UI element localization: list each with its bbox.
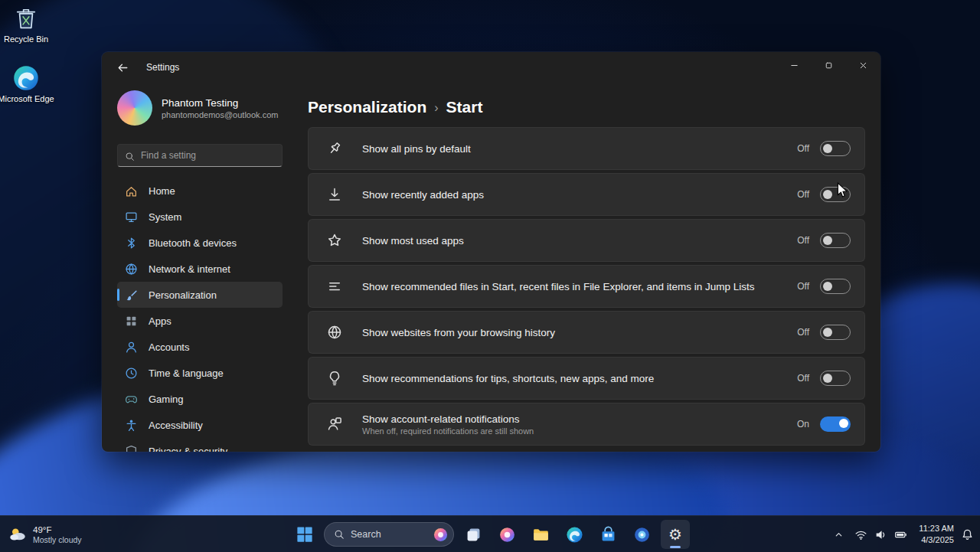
profile-text: Phantom Testing phantomodemos@outlook.co… bbox=[162, 97, 278, 119]
toggle-switch[interactable] bbox=[820, 279, 851, 294]
breadcrumb-start: Start bbox=[446, 98, 483, 116]
sidebar-item-privacy-security[interactable]: Privacy & security bbox=[117, 438, 283, 452]
taskbar-app-store[interactable] bbox=[593, 520, 622, 549]
window-title: Settings bbox=[146, 62, 179, 73]
main-content: Personalization › Start Show all pins by… bbox=[293, 83, 880, 452]
maximize-button[interactable] bbox=[812, 52, 846, 78]
taskbar-app-edge[interactable] bbox=[560, 520, 589, 549]
toggle-switch[interactable] bbox=[820, 141, 851, 156]
setting-text: Show websites from your browsing history bbox=[362, 327, 797, 338]
toggle-switch[interactable] bbox=[820, 371, 851, 386]
chevron-up-icon[interactable] bbox=[833, 529, 844, 541]
setting-text: Show recommended files in Start, recent … bbox=[362, 281, 797, 292]
system-tray: 11:23 AM 4/3/2025 bbox=[833, 516, 974, 552]
toggle-switch[interactable] bbox=[820, 416, 851, 432]
sidebar-item-home[interactable]: Home bbox=[117, 178, 283, 204]
personalization-icon bbox=[125, 289, 138, 302]
accounts-icon bbox=[125, 341, 138, 354]
sidebar-item-gaming[interactable]: Gaming bbox=[117, 386, 283, 412]
taskbar-app-task-view[interactable] bbox=[459, 520, 488, 549]
star-icon bbox=[327, 233, 342, 248]
taskbar-app-photos[interactable] bbox=[627, 520, 656, 549]
sidebar-item-label: Privacy & security bbox=[149, 446, 227, 452]
taskbar-apps: ⚙ bbox=[459, 520, 690, 549]
battery-icon[interactable] bbox=[894, 528, 907, 541]
bell-icon[interactable] bbox=[961, 528, 974, 541]
toggle-knob bbox=[823, 144, 832, 153]
sidebar-item-network-internet[interactable]: Network & internet bbox=[117, 256, 283, 282]
weather-temp: 49°F bbox=[33, 525, 82, 534]
volume-icon[interactable] bbox=[874, 528, 887, 541]
setting-row: Show recently added appsOff bbox=[308, 173, 865, 216]
task-view-icon bbox=[465, 526, 482, 544]
minimize-icon bbox=[789, 60, 799, 70]
back-button[interactable] bbox=[109, 56, 136, 79]
selected-accent-pill bbox=[117, 289, 119, 301]
wifi-icon[interactable] bbox=[854, 528, 867, 541]
sidebar-item-apps[interactable]: Apps bbox=[117, 308, 283, 334]
recycle-bin-icon bbox=[12, 5, 40, 32]
mouse-cursor bbox=[835, 182, 851, 199]
setting-label: Show recently added apps bbox=[362, 189, 797, 201]
lightbulb-icon bbox=[327, 371, 342, 386]
toggle-state-label: On bbox=[797, 419, 809, 430]
window-controls bbox=[777, 52, 880, 78]
breadcrumb-personalization[interactable]: Personalization bbox=[308, 98, 426, 116]
desktop-icon-microsoft-edge[interactable]: Microsoft Edge bbox=[0, 64, 57, 104]
close-icon bbox=[858, 60, 868, 70]
setting-label: Show account-related notifications bbox=[362, 413, 797, 425]
settings-window: Settings Phantom Testing phantomodemos@o… bbox=[102, 52, 880, 452]
setting-text: Show recently added apps bbox=[362, 189, 797, 201]
sidebar-item-time-language[interactable]: Time & language bbox=[117, 360, 283, 386]
setting-row: Show most used appsOff bbox=[308, 219, 865, 262]
avatar bbox=[117, 90, 152, 126]
desktop-icon-label: Recycle Bin bbox=[4, 34, 48, 44]
sidebar-item-accessibility[interactable]: Accessibility bbox=[117, 412, 283, 438]
sidebar-item-personalization[interactable]: Personalization bbox=[117, 282, 283, 308]
taskbar-search[interactable]: Search bbox=[324, 522, 454, 547]
settings-list: Show all pins by defaultOffShow recently… bbox=[308, 127, 865, 446]
setting-row: Show recommendations for tips, shortcuts… bbox=[308, 357, 865, 400]
setting-row: Show recommended files in Start, recent … bbox=[308, 265, 865, 308]
search-input[interactable] bbox=[141, 150, 275, 161]
minimize-button[interactable] bbox=[777, 52, 812, 78]
taskbar-app-copilot[interactable] bbox=[492, 520, 521, 549]
desktop: Recycle BinMicrosoft Edge Settings Phant… bbox=[0, 0, 980, 552]
close-button[interactable] bbox=[846, 52, 880, 78]
sidebar-item-bluetooth-devices[interactable]: Bluetooth & devices bbox=[117, 230, 283, 256]
pin-icon bbox=[327, 141, 342, 156]
user-profile[interactable]: Phantom Testing phantomodemos@outlook.co… bbox=[117, 89, 283, 127]
folder-icon bbox=[532, 526, 550, 544]
gear-icon: ⚙ bbox=[667, 526, 684, 544]
setting-text: Show account-related notificationsWhen o… bbox=[362, 413, 797, 436]
network-icon bbox=[125, 263, 138, 276]
sidebar-item-system[interactable]: System bbox=[117, 204, 283, 230]
toggle-switch[interactable] bbox=[820, 233, 851, 248]
taskbar-app-file-explorer[interactable] bbox=[526, 520, 555, 549]
find-a-setting-search[interactable] bbox=[117, 144, 283, 167]
toggle-state-label: Off bbox=[797, 281, 809, 292]
toggle-state-label: Off bbox=[797, 373, 809, 384]
taskbar-app-settings[interactable]: ⚙ bbox=[661, 520, 690, 549]
sidebar-item-label: Bluetooth & devices bbox=[149, 237, 237, 249]
toggle-switch[interactable] bbox=[820, 325, 851, 340]
taskbar-clock[interactable]: 11:23 AM 4/3/2025 bbox=[919, 523, 954, 546]
taskbar-center: Search ⚙ bbox=[290, 516, 690, 552]
start-button[interactable] bbox=[290, 520, 319, 549]
breadcrumb: Personalization › Start bbox=[308, 96, 865, 118]
setting-label: Show recommended files in Start, recent … bbox=[362, 281, 797, 292]
globe-icon bbox=[327, 325, 342, 340]
desktop-icon-label: Microsoft Edge bbox=[0, 94, 54, 104]
accessibility-icon bbox=[125, 419, 138, 432]
weather-widget[interactable]: 49°F Mostly cloudy bbox=[8, 516, 82, 552]
gaming-icon bbox=[125, 393, 138, 406]
toggle-knob bbox=[823, 236, 832, 245]
toggle-knob bbox=[839, 419, 848, 428]
setting-label: Show all pins by default bbox=[362, 143, 797, 155]
privacy-icon bbox=[125, 445, 138, 452]
edge-icon bbox=[566, 526, 583, 544]
desktop-icon-recycle-bin[interactable]: Recycle Bin bbox=[0, 5, 57, 44]
setting-label: Show most used apps bbox=[362, 235, 797, 247]
sidebar-item-accounts[interactable]: Accounts bbox=[117, 334, 283, 360]
edge-icon bbox=[12, 64, 40, 92]
